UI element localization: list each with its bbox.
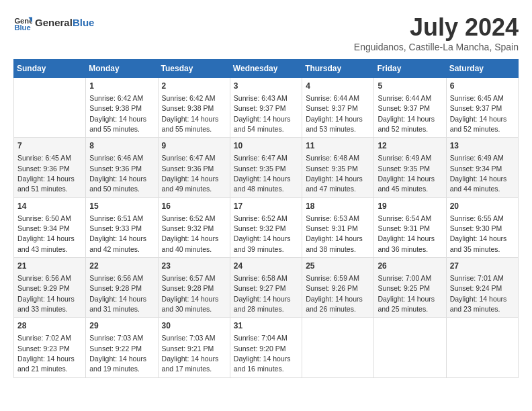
calendar-cell: 9Sunrise: 6:47 AM Sunset: 9:36 PM Daylig… — [158, 138, 230, 197]
day-info: Sunrise: 7:03 AM Sunset: 9:21 PM Dayligh… — [162, 334, 219, 373]
calendar-cell: 17Sunrise: 6:52 AM Sunset: 9:32 PM Dayli… — [230, 197, 302, 257]
calendar-cell: 31Sunrise: 7:04 AM Sunset: 9:20 PM Dayli… — [230, 318, 302, 377]
day-info: Sunrise: 6:42 AM Sunset: 9:38 PM Dayligh… — [162, 94, 219, 133]
calendar-cell: 26Sunrise: 7:00 AM Sunset: 9:25 PM Dayli… — [374, 258, 446, 318]
calendar-cell: 2Sunrise: 6:42 AM Sunset: 9:38 PM Daylig… — [158, 78, 230, 138]
day-info: Sunrise: 6:51 AM Sunset: 9:33 PM Dayligh… — [89, 214, 146, 253]
day-number: 10 — [234, 140, 298, 152]
day-info: Sunrise: 7:00 AM Sunset: 9:25 PM Dayligh… — [378, 274, 435, 313]
day-number: 4 — [306, 81, 370, 92]
day-number: 28 — [17, 320, 82, 332]
day-info: Sunrise: 6:44 AM Sunset: 9:37 PM Dayligh… — [306, 94, 363, 133]
calendar-cell: 11Sunrise: 6:48 AM Sunset: 9:35 PM Dayli… — [302, 138, 374, 197]
day-number: 14 — [17, 201, 82, 212]
day-number: 24 — [234, 261, 298, 272]
day-info: Sunrise: 7:04 AM Sunset: 9:20 PM Dayligh… — [234, 334, 291, 373]
calendar-cell: 27Sunrise: 7:01 AM Sunset: 9:24 PM Dayli… — [446, 258, 518, 318]
day-info: Sunrise: 6:49 AM Sunset: 9:34 PM Dayligh… — [450, 154, 507, 193]
day-number: 31 — [234, 320, 298, 332]
day-number: 9 — [162, 140, 226, 152]
logo-text: GeneralBlue — [35, 17, 94, 29]
subtitle: Enguidanos, Castille-La Mancha, Spain — [354, 42, 519, 52]
calendar-cell: 12Sunrise: 6:49 AM Sunset: 9:35 PM Dayli… — [374, 138, 446, 197]
day-info: Sunrise: 6:58 AM Sunset: 9:27 PM Dayligh… — [234, 274, 291, 313]
logo-general: General — [35, 17, 73, 28]
calendar-cell: 22Sunrise: 6:56 AM Sunset: 9:28 PM Dayli… — [86, 258, 158, 318]
day-number: 7 — [17, 140, 82, 152]
day-info: Sunrise: 6:49 AM Sunset: 9:35 PM Dayligh… — [378, 154, 435, 193]
calendar-cell: 15Sunrise: 6:51 AM Sunset: 9:33 PM Dayli… — [86, 197, 158, 257]
logo-icon: General Blue — [13, 13, 32, 32]
calendar-cell: 23Sunrise: 6:57 AM Sunset: 9:28 PM Dayli… — [158, 258, 230, 318]
calendar-cell: 18Sunrise: 6:53 AM Sunset: 9:31 PM Dayli… — [302, 197, 374, 257]
col-header-friday: Friday — [374, 60, 446, 78]
calendar-cell: 1Sunrise: 6:42 AM Sunset: 9:38 PM Daylig… — [86, 78, 158, 138]
day-number: 2 — [162, 81, 226, 92]
calendar-table: SundayMondayTuesdayWednesdayThursdayFrid… — [13, 59, 519, 378]
calendar-cell: 16Sunrise: 6:52 AM Sunset: 9:32 PM Dayli… — [158, 197, 230, 257]
day-number: 15 — [89, 201, 154, 212]
calendar-cell: 13Sunrise: 6:49 AM Sunset: 9:34 PM Dayli… — [446, 138, 518, 197]
day-info: Sunrise: 6:52 AM Sunset: 9:32 PM Dayligh… — [162, 214, 219, 253]
calendar-cell: 29Sunrise: 7:03 AM Sunset: 9:22 PM Dayli… — [86, 318, 158, 377]
day-info: Sunrise: 6:45 AM Sunset: 9:36 PM Dayligh… — [17, 154, 75, 193]
col-header-wednesday: Wednesday — [230, 60, 302, 78]
calendar-cell — [374, 318, 446, 377]
day-info: Sunrise: 6:47 AM Sunset: 9:35 PM Dayligh… — [234, 154, 291, 193]
calendar-cell: 19Sunrise: 6:54 AM Sunset: 9:31 PM Dayli… — [374, 197, 446, 257]
calendar-cell — [14, 78, 86, 138]
calendar-cell — [302, 318, 374, 377]
header: General Blue GeneralBlue July 2024 Engui… — [13, 13, 519, 52]
day-info: Sunrise: 6:53 AM Sunset: 9:31 PM Dayligh… — [306, 214, 363, 253]
calendar-cell: 3Sunrise: 6:43 AM Sunset: 9:37 PM Daylig… — [230, 78, 302, 138]
day-info: Sunrise: 6:56 AM Sunset: 9:29 PM Dayligh… — [17, 274, 75, 313]
calendar-header: SundayMondayTuesdayWednesdayThursdayFrid… — [14, 60, 519, 78]
calendar-cell: 20Sunrise: 6:55 AM Sunset: 9:30 PM Dayli… — [446, 197, 518, 257]
day-info: Sunrise: 7:02 AM Sunset: 9:23 PM Dayligh… — [17, 334, 75, 373]
calendar-cell: 5Sunrise: 6:44 AM Sunset: 9:37 PM Daylig… — [374, 78, 446, 138]
day-info: Sunrise: 6:42 AM Sunset: 9:38 PM Dayligh… — [89, 94, 146, 133]
day-number: 12 — [378, 140, 442, 152]
calendar-cell: 7Sunrise: 6:45 AM Sunset: 9:36 PM Daylig… — [14, 138, 86, 197]
day-number: 13 — [450, 140, 515, 152]
calendar-cell: 8Sunrise: 6:46 AM Sunset: 9:36 PM Daylig… — [86, 138, 158, 197]
week-row-5: 28Sunrise: 7:02 AM Sunset: 9:23 PM Dayli… — [14, 318, 519, 377]
col-header-saturday: Saturday — [446, 60, 518, 78]
day-number: 19 — [378, 201, 442, 212]
day-number: 6 — [450, 81, 515, 92]
calendar-cell: 4Sunrise: 6:44 AM Sunset: 9:37 PM Daylig… — [302, 78, 374, 138]
day-number: 17 — [234, 201, 298, 212]
day-number: 11 — [306, 140, 370, 152]
day-info: Sunrise: 6:45 AM Sunset: 9:37 PM Dayligh… — [450, 94, 507, 133]
day-number: 1 — [89, 81, 154, 92]
day-info: Sunrise: 7:01 AM Sunset: 9:24 PM Dayligh… — [450, 274, 507, 313]
main-title: July 2024 — [354, 13, 519, 42]
day-number: 22 — [89, 261, 154, 272]
day-number: 21 — [17, 261, 82, 272]
day-info: Sunrise: 6:46 AM Sunset: 9:36 PM Dayligh… — [89, 154, 146, 193]
calendar-cell: 24Sunrise: 6:58 AM Sunset: 9:27 PM Dayli… — [230, 258, 302, 318]
week-row-4: 21Sunrise: 6:56 AM Sunset: 9:29 PM Dayli… — [14, 258, 519, 318]
day-number: 27 — [450, 261, 515, 272]
day-number: 30 — [162, 320, 226, 332]
logo: General Blue GeneralBlue — [13, 13, 94, 32]
day-number: 20 — [450, 201, 515, 212]
day-number: 8 — [89, 140, 154, 152]
day-info: Sunrise: 7:03 AM Sunset: 9:22 PM Dayligh… — [89, 334, 146, 373]
day-info: Sunrise: 6:54 AM Sunset: 9:31 PM Dayligh… — [378, 214, 435, 253]
day-info: Sunrise: 6:59 AM Sunset: 9:26 PM Dayligh… — [306, 274, 363, 313]
day-info: Sunrise: 6:57 AM Sunset: 9:28 PM Dayligh… — [162, 274, 219, 313]
day-number: 25 — [306, 261, 370, 272]
col-header-tuesday: Tuesday — [158, 60, 230, 78]
day-number: 5 — [378, 81, 442, 92]
title-area: July 2024 Enguidanos, Castille-La Mancha… — [354, 13, 519, 52]
day-info: Sunrise: 6:43 AM Sunset: 9:37 PM Dayligh… — [234, 94, 291, 133]
logo-blue: Blue — [73, 17, 95, 28]
day-number: 29 — [89, 320, 154, 332]
calendar-cell: 28Sunrise: 7:02 AM Sunset: 9:23 PM Dayli… — [14, 318, 86, 377]
day-info: Sunrise: 6:55 AM Sunset: 9:30 PM Dayligh… — [450, 214, 507, 253]
day-number: 3 — [234, 81, 298, 92]
col-header-thursday: Thursday — [302, 60, 374, 78]
col-header-sunday: Sunday — [14, 60, 86, 78]
day-info: Sunrise: 6:44 AM Sunset: 9:37 PM Dayligh… — [378, 94, 435, 133]
